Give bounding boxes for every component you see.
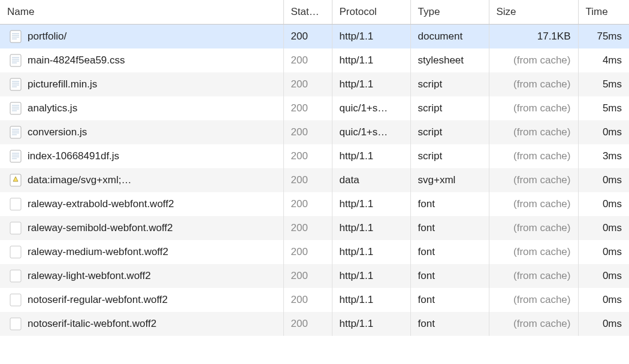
type-value: font [410,240,489,264]
type-value: font [410,192,489,216]
table-row[interactable]: analytics.js200quic/1+s…script(from cach… [0,96,629,120]
table-header-row: Name Stat… Protocol Type Size Time [0,0,629,25]
file-type-icon [10,269,22,283]
request-name: picturefill.min.js [28,78,97,90]
request-name: index-10668491df.js [28,150,119,162]
size-value: (from cache) [489,264,578,288]
time-value: 0ms [578,288,629,312]
time-value: 0ms [578,168,629,192]
svg-rect-36 [10,318,21,330]
svg-rect-25 [10,150,21,162]
table-row[interactable]: picturefill.min.js200http/1.1script(from… [0,72,629,96]
status-code: 200 [283,144,332,168]
status-code: 200 [283,168,332,192]
status-code: 200 [283,48,332,72]
file-type-icon [10,173,22,187]
size-value: (from cache) [489,192,578,216]
table-row[interactable]: conversion.js200quic/1+s…script(from cac… [0,120,629,144]
type-value: font [410,216,489,240]
type-value: stylesheet [410,48,489,72]
request-name: raleway-semibold-webfont.woff2 [28,222,173,234]
table-row[interactable]: raleway-light-webfont.woff2200http/1.1fo… [0,264,629,288]
file-type-icon [10,293,22,307]
protocol-value: http/1.1 [332,72,410,96]
size-value: (from cache) [489,168,578,192]
file-type-icon [10,77,22,92]
column-header-time[interactable]: Time [578,0,629,25]
column-header-protocol[interactable]: Protocol [332,0,410,25]
request-name: raleway-light-webfont.woff2 [28,270,151,282]
size-value: (from cache) [489,240,578,264]
status-code: 200 [283,96,332,120]
table-row[interactable]: index-10668491df.js200http/1.1script(fro… [0,144,629,168]
table-row[interactable]: raleway-semibold-webfont.woff2200http/1.… [0,216,629,240]
size-value: (from cache) [489,216,578,240]
svg-rect-15 [10,102,21,114]
table-row[interactable]: portfolio/200http/1.1document17.1KB75ms [0,25,629,48]
column-header-name[interactable]: Name [0,0,283,25]
protocol-value: http/1.1 [332,288,410,312]
file-type-icon [10,125,22,139]
time-value: 4ms [578,48,629,72]
svg-rect-32 [10,222,21,234]
column-header-size[interactable]: Size [489,0,578,25]
table-row[interactable]: notoserif-italic-webfont.woff2200http/1.… [0,312,629,336]
time-value: 5ms [578,72,629,96]
file-type-icon [10,221,22,235]
request-name: notoserif-italic-webfont.woff2 [28,318,156,330]
status-code: 200 [283,72,332,96]
svg-rect-33 [10,246,21,258]
column-header-type[interactable]: Type [410,0,489,25]
request-name: raleway-extrabold-webfont.woff2 [28,198,174,210]
protocol-value: http/1.1 [332,25,410,48]
table-row[interactable]: notoserif-regular-webfont.woff2200http/1… [0,288,629,312]
table-row[interactable]: raleway-medium-webfont.woff2200http/1.1f… [0,240,629,264]
time-value: 0ms [578,240,629,264]
request-name: raleway-medium-webfont.woff2 [28,246,168,258]
status-code: 200 [283,312,332,336]
protocol-value: http/1.1 [332,264,410,288]
network-requests-table: Name Stat… Protocol Type Size Time portf… [0,0,629,336]
protocol-value: http/1.1 [332,144,410,168]
time-value: 0ms [578,192,629,216]
time-value: 0ms [578,120,629,144]
protocol-value: data [332,168,410,192]
protocol-value: http/1.1 [332,192,410,216]
size-value: 17.1KB [489,25,578,48]
size-value: (from cache) [489,312,578,336]
file-type-icon [10,53,22,68]
status-code: 200 [283,240,332,264]
type-value: script [410,144,489,168]
size-value: (from cache) [489,288,578,312]
time-value: 0ms [578,216,629,240]
status-code: 200 [283,25,332,48]
request-name: notoserif-regular-webfont.woff2 [28,294,168,306]
file-type-icon [10,29,22,44]
protocol-value: http/1.1 [332,48,410,72]
protocol-value: http/1.1 [332,240,410,264]
request-name: portfolio/ [28,31,66,43]
svg-rect-5 [10,54,21,66]
time-value: 0ms [578,312,629,336]
svg-rect-10 [10,78,21,90]
table-row[interactable]: raleway-extrabold-webfont.woff2200http/1… [0,192,629,216]
type-value: font [410,264,489,288]
protocol-value: quic/1+s… [332,96,410,120]
svg-rect-31 [10,198,21,210]
svg-rect-0 [10,31,21,43]
protocol-value: quic/1+s… [332,120,410,144]
size-value: (from cache) [489,144,578,168]
request-name: conversion.js [28,126,87,138]
size-value: (from cache) [489,72,578,96]
request-name: analytics.js [28,102,77,114]
file-type-icon [10,317,22,331]
table-row[interactable]: main-4824f5ea59.css200http/1.1stylesheet… [0,48,629,72]
type-value: script [410,96,489,120]
size-value: (from cache) [489,96,578,120]
table-row[interactable]: data:image/svg+xml;…200datasvg+xml(from … [0,168,629,192]
column-header-status[interactable]: Stat… [283,0,332,25]
status-code: 200 [283,288,332,312]
type-value: svg+xml [410,168,489,192]
time-value: 3ms [578,144,629,168]
protocol-value: http/1.1 [332,312,410,336]
